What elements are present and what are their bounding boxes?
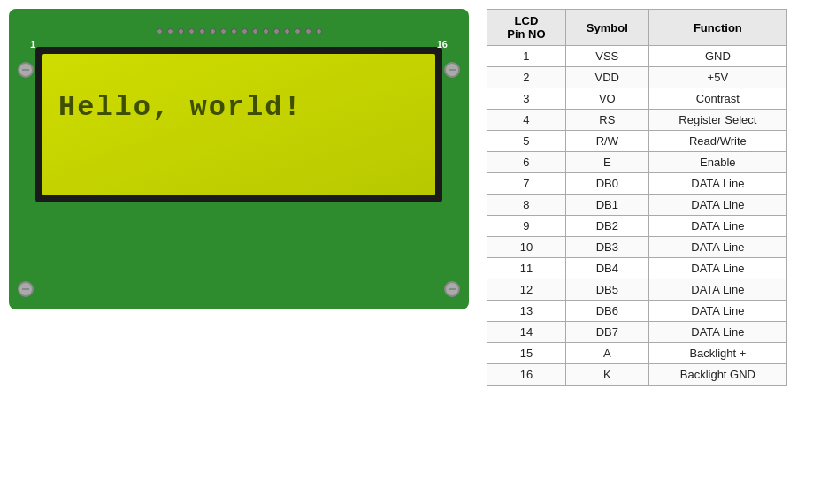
cell-symbol-2: VDD	[565, 67, 648, 88]
pin-dot-10	[252, 28, 258, 34]
cell-symbol-3: VO	[565, 88, 648, 110]
cell-pin-5: 5	[487, 131, 566, 152]
table-container: LCDPin NO Symbol Function 1VSSGND2VDD+5V…	[487, 9, 787, 386]
table-row: 13DB6DATA Line	[487, 301, 787, 322]
cell-pin-2: 2	[487, 67, 566, 88]
cell-function-4: Register Select	[648, 110, 786, 131]
cell-pin-3: 3	[487, 88, 566, 110]
pin-dot-6	[210, 28, 216, 34]
pin-dot-13	[284, 28, 290, 34]
cell-pin-8: 8	[487, 195, 566, 216]
pin-dot-16	[316, 28, 322, 34]
lcd-screen: Hello, world!	[42, 54, 435, 195]
pin-dot-2	[167, 28, 173, 34]
cell-symbol-10: DB3	[565, 237, 648, 258]
table-row: 6EEnable	[487, 152, 787, 173]
pin-dot-5	[199, 28, 205, 34]
table-row: 14DB7DATA Line	[487, 322, 787, 343]
cell-function-15: Backlight +	[648, 343, 786, 364]
pin-dot-9	[242, 28, 248, 34]
table-row: 11DB4DATA Line	[487, 258, 787, 279]
cell-symbol-6: E	[565, 152, 648, 173]
pin-dot-14	[295, 28, 301, 34]
cell-pin-13: 13	[487, 301, 566, 322]
cell-pin-1: 1	[487, 46, 566, 67]
pin-dot-8	[231, 28, 237, 34]
cell-symbol-14: DB7	[565, 322, 648, 343]
cell-function-11: DATA Line	[648, 258, 786, 279]
cell-pin-12: 12	[487, 279, 566, 301]
cell-function-7: DATA Line	[648, 173, 786, 195]
cell-symbol-12: DB5	[565, 279, 648, 301]
col-header-symbol: Symbol	[565, 10, 648, 46]
cell-function-9: DATA Line	[648, 216, 786, 237]
pin-label-right: 16	[437, 39, 448, 50]
lcd-display-text-line2	[58, 126, 77, 158]
table-row: 1VSSGND	[487, 46, 787, 67]
table-row: 9DB2DATA Line	[487, 216, 787, 237]
cell-pin-7: 7	[487, 173, 566, 195]
lcd-display-text: Hello, world!	[58, 91, 303, 125]
table-row: 12DB5DATA Line	[487, 279, 787, 301]
screw-top-right	[444, 62, 460, 78]
pin-dots	[157, 25, 322, 34]
pin-dot-1	[157, 28, 163, 34]
cell-pin-6: 6	[487, 152, 566, 173]
cell-pin-16: 16	[487, 364, 566, 386]
cell-function-12: DATA Line	[648, 279, 786, 301]
cell-symbol-16: K	[565, 364, 648, 386]
pin-label-left: 1	[30, 39, 35, 50]
cell-pin-14: 14	[487, 322, 566, 343]
table-row: 10DB3DATA Line	[487, 237, 787, 258]
table-row: 4RSRegister Select	[487, 110, 787, 131]
cell-symbol-4: RS	[565, 110, 648, 131]
pin-table: LCDPin NO Symbol Function 1VSSGND2VDD+5V…	[487, 9, 787, 386]
cell-symbol-5: R/W	[565, 131, 648, 152]
table-row: 5R/WRead/Write	[487, 131, 787, 152]
cell-function-16: Backlight GND	[648, 364, 786, 386]
cell-symbol-9: DB2	[565, 216, 648, 237]
cell-symbol-15: A	[565, 343, 648, 364]
table-row: 8DB1DATA Line	[487, 195, 787, 216]
table-row: 7DB0DATA Line	[487, 173, 787, 195]
cell-symbol-13: DB6	[565, 301, 648, 322]
pin-dot-3	[178, 28, 184, 34]
cell-function-3: Contrast	[648, 88, 786, 110]
pin-dot-15	[305, 28, 311, 34]
pin-dot-7	[220, 28, 226, 34]
cell-function-2: +5V	[648, 67, 786, 88]
cell-pin-4: 4	[487, 110, 566, 131]
cell-symbol-8: DB1	[565, 195, 648, 216]
cell-symbol-11: DB4	[565, 258, 648, 279]
table-row: 2VDD+5V	[487, 67, 787, 88]
main-container: 1 16 Hello, world! LCDPin NO Symbol Func…	[9, 9, 804, 386]
screw-bottom-right	[444, 281, 460, 297]
table-row: 15ABacklight +	[487, 343, 787, 364]
pin-dot-12	[273, 28, 280, 34]
screw-bottom-left	[18, 281, 34, 297]
cell-function-1: GND	[648, 46, 786, 67]
col-header-pin: LCDPin NO	[487, 10, 566, 46]
table-row: 16KBacklight GND	[487, 364, 787, 386]
cell-pin-9: 9	[487, 216, 566, 237]
cell-function-5: Read/Write	[648, 131, 786, 152]
pin-dot-4	[188, 28, 195, 34]
lcd-board: 1 16 Hello, world!	[9, 9, 469, 309]
table-header-row: LCDPin NO Symbol Function	[487, 10, 787, 46]
cell-symbol-1: VSS	[565, 46, 648, 67]
pin-header: 1 16	[21, 25, 456, 34]
cell-function-8: DATA Line	[648, 195, 786, 216]
cell-pin-11: 11	[487, 258, 566, 279]
table-row: 3VOContrast	[487, 88, 787, 110]
lcd-screen-outer: Hello, world!	[35, 47, 442, 202]
cell-symbol-7: DB0	[565, 173, 648, 195]
cell-function-10: DATA Line	[648, 237, 786, 258]
cell-function-6: Enable	[648, 152, 786, 173]
pin-dot-11	[263, 28, 269, 34]
cell-function-14: DATA Line	[648, 322, 786, 343]
col-header-function: Function	[648, 10, 786, 46]
cell-function-13: DATA Line	[648, 301, 786, 322]
cell-pin-15: 15	[487, 343, 566, 364]
screw-top-left	[18, 62, 34, 78]
cell-pin-10: 10	[487, 237, 566, 258]
